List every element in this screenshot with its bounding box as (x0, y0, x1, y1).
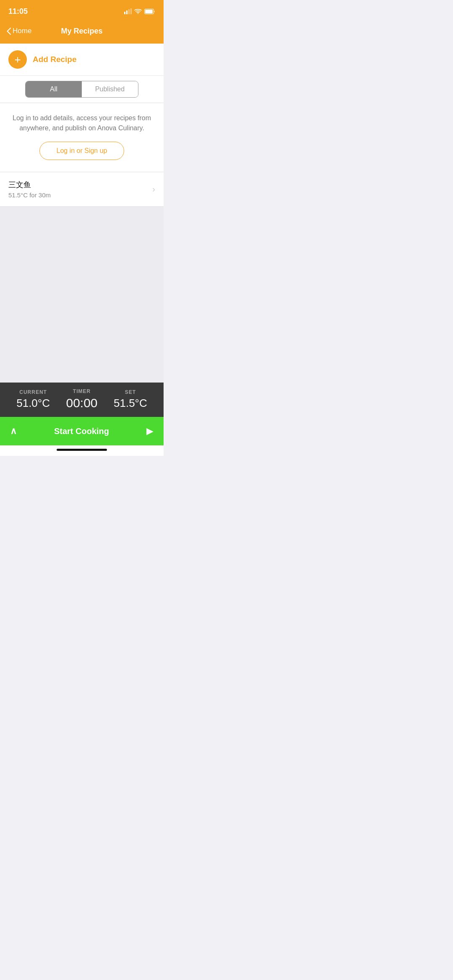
timer-label: TIMER (73, 388, 91, 394)
empty-content-area (0, 207, 164, 383)
set-temp-col: SET 51.5°C (114, 389, 147, 410)
wifi-icon (134, 8, 142, 14)
start-cooking-bar[interactable]: ∧ Start Cooking ▶ (0, 417, 164, 445)
svg-rect-2 (128, 9, 130, 14)
back-button[interactable]: Home (7, 27, 31, 35)
home-pill (57, 449, 107, 451)
login-signup-button[interactable]: Log in or Sign up (39, 142, 125, 160)
timer-value: 00:00 (66, 396, 97, 410)
play-icon[interactable]: ▶ (146, 426, 154, 437)
svg-rect-1 (126, 10, 128, 14)
timer-col: TIMER 00:00 (66, 388, 97, 410)
back-label: Home (13, 27, 31, 35)
start-cooking-button[interactable]: Start Cooking (54, 427, 109, 436)
tab-section: All Published (0, 76, 164, 103)
status-bar: 11:05 (0, 0, 164, 21)
tab-all[interactable]: All (26, 81, 82, 97)
svg-point-4 (138, 13, 138, 14)
recipe-item[interactable]: 三文鱼 51.5°C for 30m › (0, 172, 164, 207)
bottom-status-bar: CURRENT 51.0°C TIMER 00:00 SET 51.5°C (0, 383, 164, 417)
recipe-name: 三文鱼 (8, 180, 51, 190)
battery-icon (144, 9, 155, 14)
set-label: SET (125, 389, 136, 395)
svg-rect-3 (130, 8, 132, 14)
add-recipe-button[interactable]: + (8, 50, 27, 69)
tab-published[interactable]: Published (82, 81, 138, 97)
status-icons (124, 8, 155, 14)
current-temp-col: CURRENT 51.0°C (16, 389, 50, 410)
recipe-detail: 51.5°C for 30m (8, 191, 51, 199)
current-value: 51.0°C (16, 397, 50, 410)
recipe-info: 三文鱼 51.5°C for 30m (8, 180, 51, 199)
status-time: 11:05 (8, 7, 28, 16)
login-prompt-text: Log in to add details, access your recip… (13, 113, 151, 133)
svg-rect-0 (124, 12, 125, 14)
home-indicator (0, 445, 164, 456)
add-recipe-label: Add Recipe (33, 55, 77, 64)
page-title: My Recipes (61, 27, 102, 36)
nav-bar: Home My Recipes (0, 21, 164, 44)
set-value: 51.5°C (114, 397, 147, 410)
plus-icon: + (14, 53, 21, 66)
add-recipe-row[interactable]: + Add Recipe (0, 44, 164, 76)
back-chevron-icon (7, 28, 11, 35)
login-banner: Log in to add details, access your recip… (0, 103, 164, 172)
svg-rect-6 (145, 10, 153, 13)
chevron-right-icon: › (152, 184, 155, 194)
collapse-icon[interactable]: ∧ (10, 426, 17, 437)
tab-bar: All Published (25, 81, 138, 98)
current-label: CURRENT (19, 389, 47, 395)
signal-icon (124, 8, 132, 14)
